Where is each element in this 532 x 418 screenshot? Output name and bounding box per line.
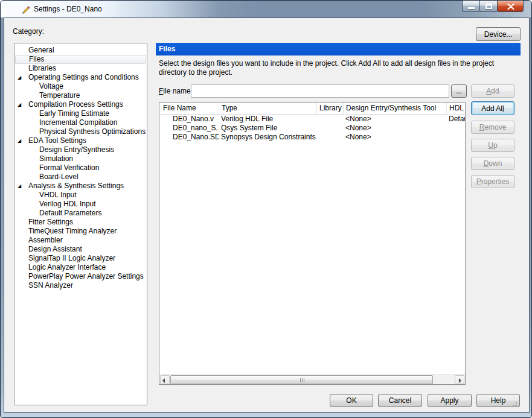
table-row[interactable]: DE0_Nano.vVerilog HDL File<None>Default bbox=[159, 115, 465, 124]
tree-expand-arrow-icon[interactable]: ◢ bbox=[18, 73, 21, 82]
sidebar-item-label: Formal Verification bbox=[39, 163, 99, 172]
sidebar-item-label: Board-Level bbox=[39, 173, 79, 181]
column-header-library[interactable]: Library bbox=[316, 103, 343, 114]
sidebar-item-label: Libraries bbox=[28, 64, 56, 72]
help-button[interactable]: Help bbox=[476, 394, 520, 407]
add-button[interactable]: Add bbox=[471, 84, 514, 98]
tree-expand-arrow-icon[interactable]: ◢ bbox=[18, 136, 21, 145]
cell-tool: <None> bbox=[343, 124, 446, 133]
sidebar-item-compilation-process-settings[interactable]: ◢Compilation Process Settings bbox=[14, 100, 147, 109]
sidebar-item-assembler[interactable]: Assembler bbox=[14, 236, 147, 245]
window-controls bbox=[463, 1, 524, 12]
sidebar-item-logic-analyzer-interface[interactable]: Logic Analyzer Interface bbox=[14, 263, 147, 272]
files-table-header[interactable]: File NameTypeLibraryDesign Entry/Synthes… bbox=[159, 103, 465, 115]
apply-button[interactable]: Apply bbox=[428, 394, 472, 407]
sidebar-item-default-parameters[interactable]: Default Parameters bbox=[14, 209, 147, 218]
properties-button[interactable]: Properties bbox=[471, 175, 514, 188]
sidebar-item-label: SignalTap II Logic Analyzer bbox=[28, 254, 115, 262]
scroll-left-icon bbox=[162, 378, 165, 383]
sidebar-item-label: Compilation Process Settings bbox=[28, 100, 123, 109]
sidebar-item-general[interactable]: General bbox=[14, 46, 147, 55]
scroll-left-button[interactable] bbox=[160, 375, 170, 384]
maximize-icon bbox=[486, 4, 492, 9]
sidebar-item-label: Operating Settings and Conditions bbox=[28, 73, 139, 81]
sidebar-item-vhdl-input[interactable]: VHDL Input bbox=[14, 191, 147, 200]
sidebar-item-analysis-synthesis-settings[interactable]: ◢Analysis & Synthesis Settings bbox=[14, 182, 147, 191]
scroll-right-button[interactable] bbox=[455, 375, 464, 384]
sidebar-item-ssn-analyzer[interactable]: SSN Analyzer bbox=[14, 281, 147, 290]
cell-file-name: DE0_Nano.SDC bbox=[159, 133, 219, 142]
sidebar-item-label: EDA Tool Settings bbox=[28, 136, 86, 145]
category-tree[interactable]: GeneralFilesLibraries◢Operating Settings… bbox=[14, 43, 147, 405]
sidebar-item-label: Analysis & Synthesis Settings bbox=[28, 182, 124, 190]
tree-expand-arrow-icon[interactable]: ◢ bbox=[18, 182, 21, 191]
ok-button[interactable]: OK bbox=[330, 394, 373, 407]
sidebar-item-simulation[interactable]: Simulation bbox=[14, 154, 147, 163]
sidebar-item-timequest-timing-analyzer[interactable]: TimeQuest Timing Analyzer bbox=[14, 227, 147, 236]
table-row[interactable]: DE0_nano_S...Qsys System File<None> bbox=[159, 124, 465, 133]
title-bar[interactable]: Settings - DE0_Nano bbox=[1, 1, 531, 17]
sidebar-item-label: Temperature bbox=[39, 91, 80, 100]
file-name-input[interactable] bbox=[191, 84, 449, 98]
minimize-button[interactable] bbox=[462, 1, 480, 12]
sidebar-item-fitter-settings[interactable]: Fitter Settings bbox=[14, 218, 147, 227]
down-button[interactable]: Down bbox=[471, 157, 514, 170]
files-table[interactable]: File NameTypeLibraryDesign Entry/Synthes… bbox=[159, 102, 466, 385]
resize-grip-icon[interactable] bbox=[516, 405, 517, 406]
column-header-file-name[interactable]: File Name bbox=[159, 103, 219, 114]
sidebar-item-label: VHDL Input bbox=[39, 191, 77, 199]
cell-hdl-version bbox=[446, 133, 466, 142]
sidebar-item-voltage[interactable]: Voltage bbox=[14, 82, 147, 91]
tree-expand-arrow-icon[interactable]: ◢ bbox=[18, 100, 21, 109]
remove-button[interactable]: Remove bbox=[471, 121, 514, 134]
table-row[interactable]: DE0_Nano.SDCSynopsys Design Constraints … bbox=[159, 133, 465, 142]
scrollbar-grip-icon bbox=[302, 378, 303, 382]
horizontal-scrollbar[interactable] bbox=[159, 374, 465, 384]
sidebar-item-label: Default Parameters bbox=[39, 209, 101, 217]
sidebar-item-early-timing-estimate[interactable]: Early Timing Estimate bbox=[14, 109, 147, 118]
cell-tool: <None> bbox=[343, 133, 446, 142]
cell-tool: <None> bbox=[343, 115, 446, 124]
sidebar-item-signaltap-ii-logic-analyzer[interactable]: SignalTap II Logic Analyzer bbox=[14, 254, 147, 263]
cancel-button[interactable]: Cancel bbox=[378, 394, 422, 407]
sidebar-item-files[interactable]: Files bbox=[15, 55, 146, 64]
sidebar-item-label: TimeQuest Timing Analyzer bbox=[28, 227, 117, 235]
scroll-right-icon bbox=[459, 378, 461, 383]
sidebar-item-label: Voltage bbox=[39, 82, 63, 90]
device-button[interactable]: Device... bbox=[476, 27, 521, 41]
sidebar-item-incremental-compilation[interactable]: Incremental Compilation bbox=[14, 118, 147, 127]
sidebar-item-physical-synthesis-optimizations[interactable]: Physical Synthesis Optimizations bbox=[14, 127, 147, 136]
cell-type: Verilog HDL File bbox=[219, 115, 316, 124]
sidebar-item-label: Incremental Compilation bbox=[39, 118, 117, 127]
browse-button[interactable]: ... bbox=[451, 84, 467, 98]
up-button[interactable]: Up bbox=[471, 139, 514, 152]
sidebar-item-formal-verification[interactable]: Formal Verification bbox=[14, 163, 147, 173]
sidebar-item-eda-tool-settings[interactable]: ◢EDA Tool Settings bbox=[14, 136, 147, 145]
sidebar-item-operating-settings-and-conditions[interactable]: ◢Operating Settings and Conditions bbox=[14, 73, 147, 82]
settings-dialog-window: Settings - DE0_Nano Category: Device... … bbox=[0, 0, 532, 418]
column-header-design-entry-synthesis-tool[interactable]: Design Entry/Synthesis Tool bbox=[343, 103, 446, 114]
sidebar-item-libraries[interactable]: Libraries bbox=[14, 64, 147, 73]
sidebar-item-board-level[interactable]: Board-Level bbox=[14, 173, 147, 182]
sidebar-item-verilog-hdl-input[interactable]: Verilog HDL Input bbox=[14, 200, 147, 209]
maximize-button[interactable] bbox=[479, 1, 498, 12]
sidebar-item-label: Verilog HDL Input bbox=[39, 200, 96, 208]
sidebar-item-powerplay-power-analyzer-settings[interactable]: PowerPlay Power Analyzer Settings bbox=[14, 272, 147, 281]
cell-hdl-version bbox=[446, 124, 466, 133]
file-name-label: File name: bbox=[159, 84, 193, 98]
column-header-type[interactable]: Type bbox=[219, 103, 316, 114]
close-button[interactable] bbox=[497, 1, 524, 12]
sidebar-item-design-entry-synthesis[interactable]: Design Entry/Synthesis bbox=[14, 145, 147, 154]
sidebar-item-label: Fitter Settings bbox=[28, 218, 73, 226]
page-title: Files bbox=[156, 43, 521, 55]
sidebar-item-design-assistant[interactable]: Design Assistant bbox=[14, 245, 147, 254]
close-icon bbox=[507, 4, 514, 10]
dialog-client-area: Category: Device... GeneralFilesLibrarie… bbox=[4, 17, 530, 413]
files-table-body: DE0_Nano.vVerilog HDL File<None>DefaultD… bbox=[159, 115, 465, 142]
add-all-button[interactable]: Add All bbox=[471, 101, 514, 115]
sidebar-item-temperature[interactable]: Temperature bbox=[14, 91, 147, 100]
sidebar-item-label: Files bbox=[29, 55, 44, 63]
scrollbar-thumb[interactable] bbox=[170, 375, 433, 384]
minimize-icon bbox=[468, 7, 475, 9]
column-header-hdl-version[interactable]: HDL Version bbox=[446, 103, 466, 114]
